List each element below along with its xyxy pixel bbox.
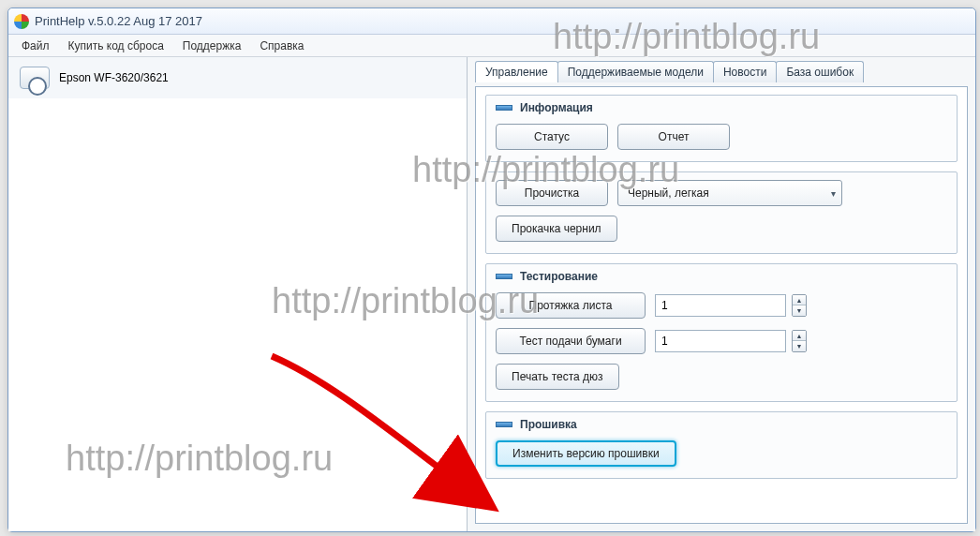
- menu-support[interactable]: Поддержка: [173, 37, 251, 54]
- printer-list-pane: Epson WF-3620/3621: [8, 57, 468, 531]
- menu-buy-reset-code[interactable]: Купить код сброса: [59, 37, 173, 54]
- menu-file[interactable]: Файл: [12, 37, 59, 54]
- collapse-icon: [496, 105, 512, 111]
- paper-feed-test-button[interactable]: Тест подачи бумаги: [496, 328, 646, 354]
- group-testing: Тестирование Протяжка листа ▲ ▼: [485, 263, 958, 402]
- spinner-up-icon[interactable]: ▲: [793, 295, 806, 305]
- right-pane: Управление Поддерживаемые модели Новости…: [468, 57, 975, 531]
- sheet-feed-button[interactable]: Протяжка листа: [496, 292, 646, 319]
- collapse-icon: [496, 422, 512, 427]
- tab-strip: Управление Поддерживаемые модели Новости…: [475, 61, 968, 82]
- menubar: Файл Купить код сброса Поддержка Справка: [8, 35, 975, 57]
- spinner-up-icon[interactable]: ▲: [793, 331, 806, 341]
- spinner-down-icon[interactable]: ▼: [793, 305, 806, 316]
- ink-pump-button[interactable]: Прокачка чернил: [496, 216, 617, 242]
- clean-mode-select[interactable]: Черный, легкая: [617, 180, 842, 206]
- status-button[interactable]: Статус: [496, 124, 608, 150]
- app-icon: [14, 14, 29, 29]
- menu-help[interactable]: Справка: [250, 37, 313, 54]
- sheet-count-spinner[interactable]: ▲ ▼: [792, 294, 807, 317]
- group-firmware: Прошивка Изменить версию прошивки: [485, 411, 958, 479]
- clean-mode-value: Черный, легкая: [628, 186, 709, 200]
- spinner-down-icon[interactable]: ▼: [793, 341, 806, 351]
- report-button[interactable]: Отчет: [617, 124, 730, 150]
- collapse-icon: [496, 274, 512, 279]
- tab-supported-models[interactable]: Поддерживаемые модели: [557, 61, 714, 82]
- tab-error-db[interactable]: База ошибок: [776, 61, 864, 82]
- printer-icon: [20, 67, 50, 89]
- clean-button[interactable]: Прочистка: [496, 180, 608, 206]
- group-header-firmware[interactable]: Прошивка: [486, 412, 957, 433]
- group-information: Информация Статус Отчет: [485, 95, 958, 162]
- group-header-information[interactable]: Информация: [486, 96, 957, 116]
- sheet-count-input[interactable]: [655, 294, 786, 317]
- printer-name: Epson WF-3620/3621: [59, 71, 169, 84]
- group-cleaning: Прочистка Черный, легкая Прокачка чернил: [485, 171, 958, 254]
- group-title-testing: Тестирование: [520, 270, 598, 283]
- nozzle-test-button[interactable]: Печать теста дюз: [496, 364, 619, 390]
- group-header-testing[interactable]: Тестирование: [486, 264, 957, 285]
- tab-body: Информация Статус Отчет Прочистка Черный…: [475, 86, 968, 524]
- feed-count-input[interactable]: [655, 330, 786, 352]
- group-title-firmware: Прошивка: [520, 418, 577, 431]
- tab-manage[interactable]: Управление: [475, 61, 558, 82]
- content-area: Epson WF-3620/3621 Управление Поддержива…: [8, 57, 975, 531]
- feed-count-spinner[interactable]: ▲ ▼: [792, 330, 807, 352]
- change-firmware-button[interactable]: Изменить версию прошивки: [496, 440, 676, 467]
- printer-row[interactable]: Epson WF-3620/3621: [8, 57, 467, 98]
- window-title: PrintHelp v.5.0.22 Aug 17 2017: [35, 14, 202, 28]
- tab-news[interactable]: Новости: [713, 61, 777, 82]
- titlebar[interactable]: PrintHelp v.5.0.22 Aug 17 2017: [8, 8, 975, 35]
- app-window: PrintHelp v.5.0.22 Aug 17 2017 Файл Купи…: [7, 7, 976, 532]
- group-title-information: Информация: [520, 101, 593, 114]
